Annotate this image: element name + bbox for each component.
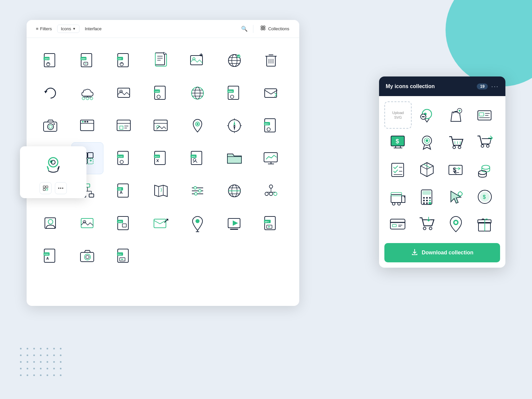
icon-jpg2[interactable]: .JPG [108, 207, 140, 239]
icon-xls[interactable]: .XLS [145, 142, 177, 174]
icon-m4a[interactable]: .M4A [255, 110, 287, 142]
icon-mp4[interactable]: .MP4 [255, 207, 287, 239]
icon-globe3[interactable] [218, 175, 250, 207]
panel-icon-shopping-bag-add[interactable] [442, 101, 469, 129]
panel-icon-dollar-coin[interactable]: $ [471, 183, 498, 210]
svg-point-55 [230, 95, 234, 98]
svg-marker-156 [233, 220, 238, 226]
panel-icon-coins[interactable] [471, 156, 498, 183]
panel-icon-chat[interactable] [413, 101, 441, 129]
svg-point-212 [486, 145, 489, 147]
icon-flac[interactable]: .FLAC [108, 142, 140, 174]
icon-avatar[interactable] [35, 207, 66, 239]
download-collection-button[interactable]: Download collection [384, 243, 500, 262]
filters-button[interactable]: ≡ Filters [33, 25, 55, 33]
svg-point-138 [269, 192, 273, 196]
icon-folder-open[interactable] [218, 142, 250, 174]
icon-aac[interactable]: .AAC [145, 77, 177, 109]
svg-text:A: A [46, 256, 49, 260]
icon-wma[interactable]: .WMA [218, 77, 250, 109]
icon-map[interactable] [145, 175, 177, 207]
svg-point-250 [429, 227, 432, 230]
panel-icon-location-pin[interactable] [442, 210, 469, 238]
svg-rect-0 [261, 26, 263, 28]
panel-icon-cursor[interactable] [442, 183, 469, 210]
icon-jpg[interactable]: .JPG [182, 142, 213, 174]
icon-camera[interactable] [35, 110, 66, 142]
svg-point-224 [398, 202, 400, 205]
icon-browser-edit[interactable] [108, 110, 140, 142]
panel-icon-package[interactable] [413, 156, 441, 183]
icon-compass[interactable] [218, 110, 250, 142]
tooltip-icon-preview [40, 152, 66, 179]
svg-point-188 [422, 116, 423, 117]
svg-rect-180 [46, 186, 48, 188]
icon-browser-image[interactable] [145, 110, 177, 142]
panel-icon-cart-arrow[interactable] [471, 129, 498, 156]
panel-icon-delivery[interactable] [384, 183, 412, 210]
search-button[interactable]: 🔍 [240, 24, 249, 33]
icon-pin[interactable] [182, 110, 213, 142]
panel-menu-button[interactable]: ··· [491, 82, 499, 90]
icon-network[interactable] [255, 175, 287, 207]
download-icon [411, 248, 418, 257]
upload-svg-button[interactable]: UploadSVG [384, 101, 412, 129]
svg-rect-158 [230, 229, 238, 230]
panel-icon-award[interactable] [413, 129, 441, 156]
svg-rect-17 [155, 53, 165, 65]
icon-globe2[interactable] [182, 77, 213, 109]
svg-point-137 [274, 192, 277, 196]
panel-icon-calculator[interactable] [413, 183, 441, 210]
svg-rect-179 [43, 186, 45, 188]
svg-rect-244 [390, 219, 405, 229]
icon-psd[interactable]: .PSD A [35, 240, 66, 272]
collections-button[interactable]: Collections [257, 24, 293, 33]
svg-point-228 [426, 197, 428, 199]
icon-landscape[interactable] [108, 77, 140, 109]
panel-icon-checklist[interactable] [384, 156, 412, 183]
svg-rect-3 [263, 28, 265, 30]
icon-video-play[interactable] [218, 207, 250, 239]
panel-count: 19 [477, 83, 488, 89]
icon-pin2[interactable] [182, 207, 213, 239]
icons-dropdown[interactable]: Icons ▼ [57, 25, 79, 33]
panel-icon-gift[interactable] [471, 210, 498, 238]
icon-document[interactable] [145, 45, 177, 76]
icons-dropdown-label: Icons [61, 26, 71, 31]
icon-xd-file[interactable]: .XD A [108, 175, 140, 207]
icon-globe[interactable] [218, 45, 250, 76]
panel-icon-cart-download[interactable] [413, 210, 441, 238]
chevron-down-icon: ▼ [72, 27, 76, 31]
icon-image2[interactable] [71, 207, 103, 239]
search-input[interactable] [82, 25, 237, 33]
add-to-collection-btn[interactable] [40, 182, 52, 194]
icon-trash[interactable] [255, 45, 287, 76]
icon-flv[interactable]: .FLV [108, 240, 140, 272]
collections-label: Collections [268, 26, 289, 31]
icon-window[interactable] [71, 110, 103, 142]
icon-camera2[interactable] [71, 240, 103, 272]
panel-icon-dollar-exchange[interactable]: $ [442, 156, 469, 183]
icon-image-upload[interactable] [182, 45, 213, 76]
panel-icon-monitor-dollar[interactable]: $ [384, 129, 412, 156]
svg-point-90 [120, 160, 123, 164]
icon-settings[interactable] [182, 175, 213, 207]
more-options-btn[interactable]: ••• [55, 182, 67, 194]
icon-aiff[interactable]: .AIFF [108, 45, 140, 76]
icon-cloud-network[interactable] [71, 77, 103, 109]
svg-point-219 [482, 165, 490, 169]
icon-email[interactable] [255, 77, 287, 109]
panel-icon-id-card[interactable] [471, 101, 498, 129]
icon-wmv[interactable]: .WMV [71, 45, 103, 76]
svg-rect-246 [392, 224, 396, 227]
icon-email-send[interactable] [145, 207, 177, 239]
svg-point-249 [423, 227, 426, 230]
icon-wav[interactable]: .WAV [35, 45, 66, 76]
icon-refresh[interactable] [35, 77, 66, 109]
panel-icon-credit-card[interactable] [384, 210, 412, 238]
icon-monitor-chart[interactable] [255, 142, 287, 174]
panel-icon-cart[interactable] [442, 129, 469, 156]
svg-marker-12 [85, 63, 87, 65]
svg-text:.JPG: .JPG [191, 156, 196, 158]
svg-point-128 [199, 190, 201, 192]
